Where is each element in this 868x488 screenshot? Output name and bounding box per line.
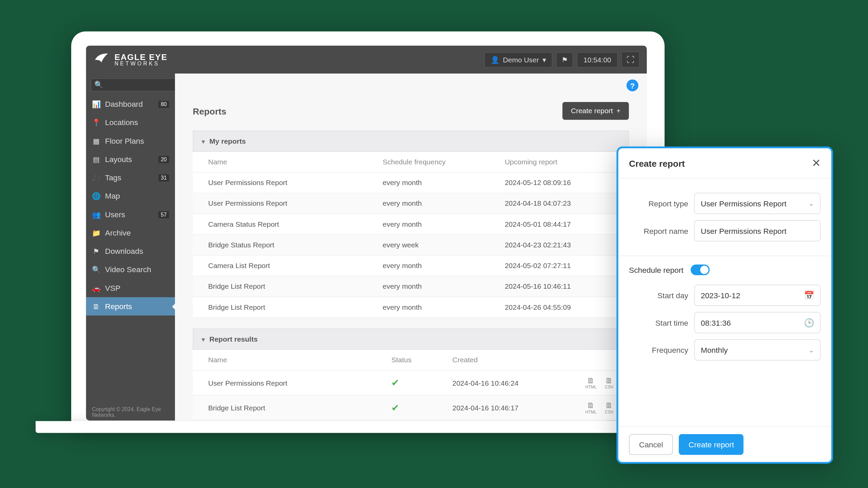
- create-report-submit-button[interactable]: Create report: [679, 434, 744, 455]
- notifications-flag-button[interactable]: ⚑: [556, 52, 573, 67]
- table-row[interactable]: User Permissions Report every month 2024…: [193, 193, 629, 214]
- sidebar-badge: 57: [158, 211, 169, 218]
- user-menu-button[interactable]: 👤 Demo User ▾: [484, 52, 552, 67]
- col-upcoming: Upcoming report: [489, 152, 629, 172]
- main-content: ? Reports Create report + ▾ My reports N…: [175, 74, 647, 421]
- sidebar-item-map[interactable]: 🌐Map: [86, 187, 175, 205]
- col-name: Name: [193, 350, 376, 370]
- sidebar-item-label: Dashboard: [105, 100, 143, 108]
- check-circle-icon: ✔: [391, 378, 399, 388]
- fullscreen-button[interactable]: ⛶: [621, 52, 639, 67]
- cell-frequency: every month: [367, 255, 489, 276]
- sidebar-item-videosearch[interactable]: 🔍Video Search: [86, 260, 175, 279]
- cell-created: 2024-04-16 10:46:17: [437, 395, 568, 420]
- table-row[interactable]: Camera Status Report every month 2024-05…: [193, 214, 629, 235]
- report-results-table: Name Status Created User Permissions Rep…: [193, 350, 629, 421]
- sidebar-item-archive[interactable]: 📁Archive: [86, 224, 175, 242]
- dashboard-icon: 📊: [92, 100, 100, 108]
- cell-name: Bridge List Report: [193, 276, 368, 297]
- sidebar-item-layouts[interactable]: ▤Layouts 20: [86, 150, 175, 168]
- close-button[interactable]: ✕: [812, 157, 821, 170]
- table-row[interactable]: Bridge List Report every month 2024-04-2…: [193, 297, 629, 318]
- col-schedule: Schedule frequency: [367, 152, 489, 172]
- cell-upcoming: 2024-05-01 08:44:17: [489, 214, 629, 235]
- label-report-name: Report name: [629, 226, 688, 235]
- sidebar-item-label: Map: [105, 191, 120, 200]
- laptop-base: [36, 421, 700, 433]
- create-report-button[interactable]: Create report +: [563, 102, 629, 120]
- download-csv-button[interactable]: 🗎CSV: [605, 402, 613, 414]
- cell-upcoming: 2024-04-18 04:07:23: [489, 193, 629, 214]
- plus-icon: +: [616, 107, 620, 115]
- table-row[interactable]: Bridge Status Report every week 2024-04-…: [193, 235, 629, 255]
- report-results-section-header[interactable]: ▾ Report results: [193, 329, 629, 350]
- sidebar-item-floorplans[interactable]: ▦Floor Plans: [86, 132, 175, 150]
- my-reports-section-header[interactable]: ▾ My reports: [193, 130, 629, 152]
- file-icon: 🗎: [587, 402, 595, 409]
- pin-icon: 📍: [92, 118, 100, 127]
- table-row[interactable]: User Permissions Report ✔ 2024-04-16 10:…: [193, 370, 629, 395]
- download-html-button[interactable]: 🗎HTML: [585, 377, 596, 389]
- table-row[interactable]: User Permissions Report every month 2024…: [193, 172, 629, 193]
- col-created: Created: [437, 350, 568, 370]
- cell-upcoming: 2024-05-12 08:09:16: [489, 172, 629, 193]
- label-report-type: Report type: [629, 199, 688, 208]
- schedule-report-toggle[interactable]: [691, 265, 710, 276]
- report-name-value: User Permissions Report: [701, 226, 787, 235]
- sidebar-item-tags[interactable]: 🎥Tags 31: [86, 168, 175, 187]
- copyright-footer: Copyright © 2024, Eagle Eye Networks.: [86, 404, 175, 421]
- sidebar-item-label: Locations: [105, 118, 138, 127]
- users-icon: 👥: [92, 210, 100, 219]
- report-name-input[interactable]: User Permissions Report: [694, 220, 821, 241]
- cell-frequency: every month: [367, 193, 489, 214]
- cell-upcoming: 2024-05-02 07:27:11: [489, 255, 629, 276]
- car-icon: 🚗: [92, 284, 100, 292]
- sidebar-item-users[interactable]: 👥Users 57: [86, 205, 175, 224]
- start-time-input[interactable]: 08:31:36 🕒: [694, 312, 821, 333]
- file-icon: 🗎: [606, 377, 613, 384]
- sidebar-item-label: VSP: [105, 284, 121, 292]
- sidebar-badge: 31: [158, 174, 169, 181]
- create-report-label: Create report: [571, 107, 613, 115]
- download-html-button[interactable]: 🗎HTML: [585, 402, 596, 414]
- sidebar-item-downloads[interactable]: ⚑Downloads: [86, 242, 175, 260]
- cell-name: Camera List Report: [193, 255, 368, 276]
- sidebar-item-vsp[interactable]: 🚗VSP: [86, 279, 175, 297]
- cell-name: User Permissions Report: [193, 370, 376, 395]
- create-report-modal: Create report ✕ Report type User Permiss…: [616, 146, 833, 464]
- eagle-wing-icon: [93, 51, 110, 68]
- sidebar-item-locations[interactable]: 📍Locations: [86, 113, 175, 131]
- cell-created: 2024-04-16 10:46:24: [437, 370, 568, 395]
- camera-icon: 🎥: [92, 174, 100, 182]
- my-reports-table: Name Schedule frequency Upcoming report …: [193, 152, 629, 318]
- cancel-button[interactable]: Cancel: [629, 434, 673, 455]
- sidebar-item-dashboard[interactable]: 📊Dashboard 80: [86, 95, 175, 113]
- brand-line2: NETWORKS: [115, 61, 167, 66]
- modal-title: Create report: [629, 158, 685, 168]
- app-header: EAGLE EYE NETWORKS 👤 Demo User ▾ ⚑ 10:54…: [86, 46, 647, 74]
- report-type-select[interactable]: User Permissions Report ⌄: [694, 193, 821, 214]
- section-label: My reports: [210, 137, 246, 145]
- section-label: Report results: [210, 335, 258, 344]
- download-csv-button[interactable]: 🗎CSV: [605, 377, 613, 389]
- help-button[interactable]: ?: [627, 80, 638, 92]
- clock-icon: 🕒: [804, 318, 814, 327]
- table-row[interactable]: Bridge List Report every month 2024-05-1…: [193, 276, 629, 297]
- calendar-icon: 📅: [804, 291, 814, 300]
- label-start-time: Start time: [629, 318, 688, 327]
- sidebar-item-label: Layouts: [105, 155, 132, 164]
- sidebar-item-reports[interactable]: 🗎Reports: [86, 297, 175, 316]
- sidebar-item-label: Floor Plans: [105, 137, 144, 145]
- cell-status: ✔: [376, 370, 437, 395]
- sidebar-item-label: Downloads: [105, 247, 143, 256]
- floorplan-icon: ▦: [92, 137, 100, 145]
- label-frequency: Frequency: [629, 345, 688, 354]
- table-row[interactable]: Camera List Report every month 2024-05-0…: [193, 255, 629, 276]
- frequency-select[interactable]: Monthly ⌄: [694, 339, 821, 361]
- chevron-down-icon: ⌄: [809, 346, 814, 354]
- page-title: Reports: [193, 106, 226, 116]
- brand-line1: EAGLE EYE: [115, 53, 167, 61]
- start-day-input[interactable]: 2023-10-12 📅: [694, 285, 821, 306]
- table-row[interactable]: Bridge List Report ✔ 2024-04-16 10:46:17…: [193, 395, 629, 420]
- user-icon: 👤: [491, 56, 499, 64]
